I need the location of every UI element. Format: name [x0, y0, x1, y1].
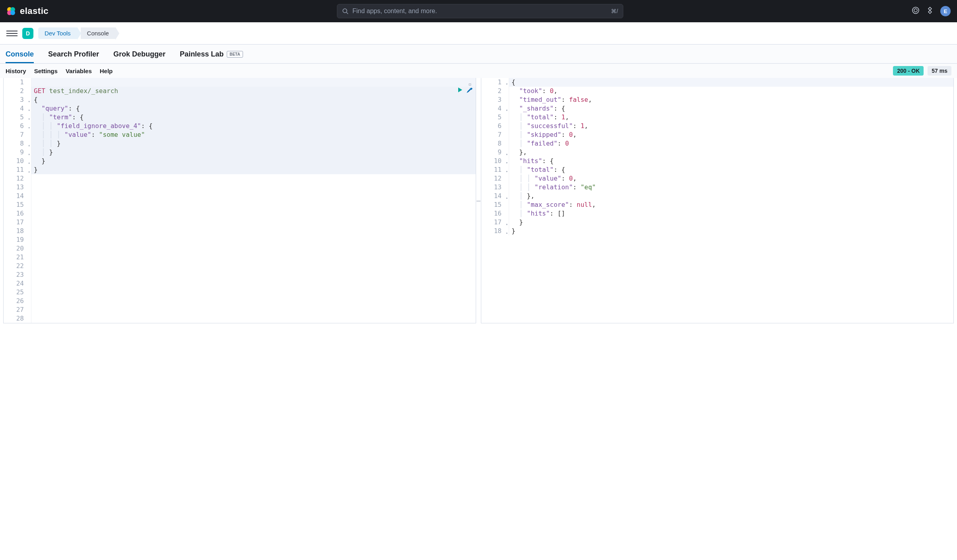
- tab-search-profiler[interactable]: Search Profiler: [48, 45, 99, 63]
- tab-painless-label: Painless Lab: [180, 50, 224, 58]
- tabs: Console Search Profiler Grok Debugger Pa…: [0, 45, 957, 64]
- svg-point-6: [912, 7, 919, 14]
- latency-badge: 57 ms: [928, 66, 951, 76]
- svg-line-5: [346, 12, 348, 14]
- settings-button[interactable]: Settings: [34, 68, 58, 74]
- user-avatar[interactable]: E: [940, 6, 951, 16]
- search-input[interactable]: [352, 8, 611, 15]
- fold-close-icon[interactable]: ▴: [506, 228, 508, 237]
- beta-badge: BETA: [227, 51, 243, 58]
- run-request-icon[interactable]: [457, 87, 463, 95]
- svg-point-7: [914, 9, 917, 12]
- history-button[interactable]: History: [6, 68, 26, 74]
- global-header: elastic ⌘/ E: [0, 0, 957, 22]
- chevron-right-icon: [77, 27, 81, 40]
- console-toolbar: History Settings Variables Help 200 - OK…: [0, 64, 957, 78]
- breadcrumb-devtools[interactable]: Dev Tools: [38, 27, 77, 39]
- newsfeed-icon[interactable]: [912, 6, 920, 16]
- response-pane: 1▾234▾56789▴10▾11▾121314▴151617▴18▴ { "t…: [481, 78, 954, 323]
- request-pane: ▫ 123▾4▾5▾6▾78▴9▴10▴11▴12131415161718192…: [3, 78, 476, 323]
- request-options-icon[interactable]: [466, 87, 473, 95]
- breadcrumb-bar: D Dev Tools Console: [0, 22, 957, 45]
- breadcrumb: Dev Tools Console: [38, 27, 119, 40]
- request-editor[interactable]: ▫ 123▾4▾5▾6▾78▴9▴10▴11▴12131415161718192…: [4, 78, 476, 323]
- svg-point-4: [343, 9, 347, 13]
- status-badge: 200 - OK: [893, 66, 924, 76]
- nav-toggle-icon[interactable]: [6, 28, 18, 39]
- variables-button[interactable]: Variables: [66, 68, 92, 74]
- chevron-right-icon: [115, 27, 119, 40]
- breadcrumb-console: Console: [81, 27, 115, 39]
- tab-grok-debugger[interactable]: Grok Debugger: [113, 45, 165, 63]
- deployment-badge[interactable]: D: [22, 28, 33, 39]
- search-icon: [342, 8, 348, 14]
- brand-text: elastic: [20, 6, 49, 16]
- integrations-icon[interactable]: [926, 6, 934, 16]
- tab-painless-lab[interactable]: Painless Lab BETA: [180, 45, 243, 63]
- brand-logo[interactable]: elastic: [6, 6, 49, 16]
- response-viewer[interactable]: 1▾234▾56789▴10▾11▾121314▴151617▴18▴ { "t…: [481, 78, 953, 235]
- global-search[interactable]: ⌘/: [337, 4, 623, 18]
- svg-point-3: [10, 10, 15, 15]
- help-button[interactable]: Help: [100, 68, 113, 74]
- editor-split: ▫ 123▾4▾5▾6▾78▴9▴10▴11▴12131415161718192…: [0, 78, 957, 323]
- elastic-logo-icon: [6, 6, 16, 16]
- pane-splitter[interactable]: ||: [476, 78, 481, 323]
- tab-console[interactable]: Console: [6, 45, 34, 63]
- search-shortcut: ⌘/: [611, 8, 618, 14]
